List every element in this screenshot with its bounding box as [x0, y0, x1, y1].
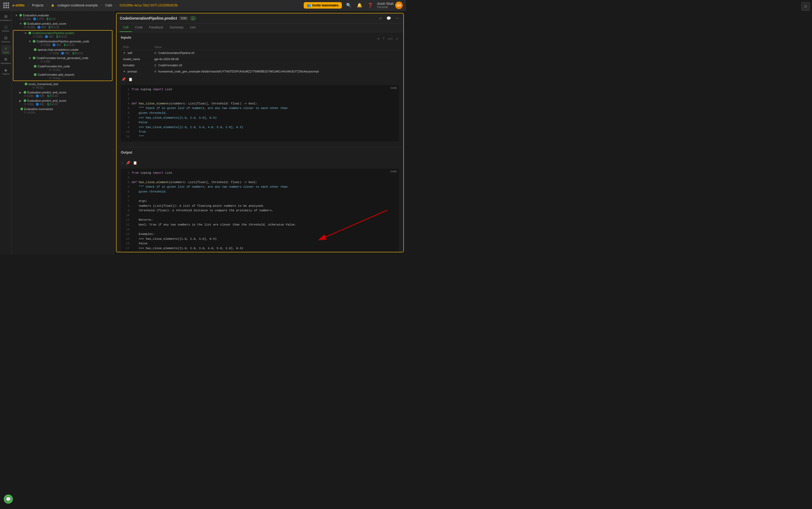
- tab-use[interactable]: Use: [187, 23, 199, 32]
- tree-item-codegen-predict[interactable]: ▼ CodeGenerationPipeline.predict ⏱ 9.00s…: [13, 31, 112, 39]
- traces-icon: ⤢: [4, 46, 7, 51]
- tree-item-eval-evaluate[interactable]: ▼ Evaluation.evaluate ⏱ 21.00s 🔵 1,479 💲…: [12, 13, 113, 21]
- input-row-formatter[interactable]: formatter ⚙ CodeFormatter:v0: [121, 62, 399, 68]
- sidebar-item-datasets[interactable]: ⊟ Datasets: [1, 34, 11, 44]
- sidebar-item-evaluations[interactable]: ⊞ Evaluations: [1, 13, 11, 23]
- status-dot: [33, 57, 35, 59]
- search-button[interactable]: 🔍: [345, 2, 352, 9]
- inputs-title: Inputs: [121, 35, 131, 39]
- pin-icon-btn[interactable]: 📌: [121, 77, 126, 82]
- expand-view-btn[interactable]: ⤢: [395, 36, 399, 41]
- invite-teammates-button[interactable]: 👥 Invite teammates: [304, 2, 342, 9]
- time-meta: ⏱ 21.00s: [19, 18, 31, 21]
- tree-item-openai-create[interactable]: openai.chat.completions.create ⏱ 5.00s 🔵…: [13, 47, 112, 56]
- toggle-eval-predict-3[interactable]: ▶: [19, 99, 23, 102]
- tree-item-score-humaneval[interactable]: score_humaneval_test ⏱ <0.01s: [12, 81, 113, 90]
- sidebar-item-objects[interactable]: ◈ Objects: [1, 67, 11, 76]
- status-dot: [21, 108, 23, 110]
- time-meta: ⏱ 6.00s: [40, 43, 50, 46]
- time-meta: ⏱ 5.00s: [49, 52, 59, 55]
- toggle-eval-predict-2[interactable]: ▶: [19, 91, 23, 94]
- inputs-section: Inputs ≡ ⊤ </> ⤢ Path Value: [116, 32, 403, 147]
- list-view-btn[interactable]: ≡: [377, 36, 380, 41]
- toggle-codegen-predict[interactable]: ▼: [24, 32, 27, 35]
- copy-icon-btn[interactable]: 📋: [128, 77, 133, 82]
- status-dot: [19, 14, 22, 16]
- tokens-meta: 🔵 493: [37, 26, 46, 29]
- status-dot: [34, 73, 36, 76]
- user-name: Anish Shah: [377, 2, 394, 6]
- code-view-btn[interactable]: </>: [387, 36, 394, 41]
- help-button[interactable]: ❓: [367, 2, 374, 9]
- detail-panel: CodeGenerationPipeline.predict f195 ● ⤢ …: [116, 13, 404, 252]
- output-pin-btn[interactable]: 📌: [125, 160, 131, 165]
- time-meta: ⏱ 2.00s: [40, 60, 50, 63]
- comment-icon-btn[interactable]: 💬: [385, 15, 392, 21]
- code-label-output: Code: [391, 170, 397, 174]
- brand-name[interactable]: a-sh0ts: [12, 3, 25, 7]
- item-name: score_humaneval_test: [29, 82, 58, 86]
- highlighted-block: ▼ CodeGenerationPipeline.predict ⏱ 9.00s…: [13, 30, 112, 81]
- tab-feedback[interactable]: Feedback: [146, 23, 167, 32]
- nav-calls[interactable]: Calls: [105, 3, 112, 7]
- status-dot: [33, 40, 35, 43]
- tokens-meta: 🔵 493: [61, 52, 69, 55]
- expand-icon-btn[interactable]: ⤢: [378, 15, 383, 21]
- nav-codegen[interactable]: codegen-cookbook-example: [58, 3, 98, 7]
- time-meta: ⏱ 6.00s: [24, 95, 34, 97]
- cost-meta: 💲$0.01: [46, 18, 56, 21]
- tab-summary[interactable]: Summary: [167, 23, 187, 32]
- cost-meta: 💲$<0.01: [72, 52, 83, 55]
- tree-item-codeformat-format[interactable]: ▼ CodeFormatter.format_generated_code ⏱ …: [13, 56, 112, 64]
- sidebar-item-traces[interactable]: ⤢ Traces: [1, 45, 11, 55]
- item-name: Evaluation.predict_and_score: [27, 91, 66, 94]
- invite-label: Invite teammates: [312, 3, 338, 7]
- tab-bar: Call Code Feedback Summary Use: [116, 23, 403, 32]
- path-self: ▼ self: [121, 50, 152, 56]
- icon-sidebar: ⊞ Evaluations ⬡ Models ⊟ Datasets ⤢ Trac…: [0, 11, 12, 254]
- top-nav: a-sh0ts / Projects / 🔒 codegen-cookbook-…: [0, 0, 406, 11]
- item-name: CodeFormatter.format_generated_code: [36, 56, 88, 60]
- output-arrow-btn[interactable]: ↕: [121, 160, 124, 165]
- nav-sep-1: /: [28, 3, 29, 7]
- item-name: CodeFormatter.add_imports: [38, 73, 74, 76]
- nav-projects[interactable]: Projects: [32, 3, 43, 7]
- user-sub: Personal: [377, 6, 394, 9]
- evaluations-icon: ⊞: [4, 14, 7, 19]
- tab-call[interactable]: Call: [120, 23, 132, 32]
- tab-code[interactable]: Code: [132, 23, 146, 32]
- toggle-eval-predict-1[interactable]: ▼: [19, 22, 23, 25]
- toggle-codeformat-format[interactable]: ▼: [29, 57, 32, 60]
- toggle-codegen-generate[interactable]: ▼: [29, 40, 32, 43]
- tree-item-eval-predict-1[interactable]: ▼ Evaluation.predict_and_score ⏱ 10.00s …: [12, 21, 113, 30]
- datasets-icon: ⊟: [4, 36, 7, 40]
- time-meta: ⏱ 10.00s: [24, 26, 35, 29]
- app-grid-icon[interactable]: [3, 2, 9, 8]
- tree-item-eval-predict-3[interactable]: ▶ Evaluation.predict_and_score ⏱ 4.00s 🔵…: [12, 98, 113, 107]
- tree-item-codegen-generate[interactable]: ▼ CodeGenerationPipeline.generate_code ⏱…: [13, 39, 112, 47]
- tree-item-codeformat-imports[interactable]: CodeFormatter.add_imports ⏱ <0.01s: [13, 72, 112, 80]
- tree-item-eval-predict-2[interactable]: ▶ Evaluation.predict_and_score ⏱ 6.00s 🔵…: [12, 90, 113, 98]
- output-copy-btn[interactable]: 📋: [132, 160, 138, 165]
- sidebar-item-operations[interactable]: ⚙ Operations: [1, 56, 11, 66]
- models-icon: ⬡: [4, 25, 7, 29]
- user-avatar[interactable]: AS: [395, 2, 403, 9]
- tokens-meta: 🔵 392: [36, 103, 44, 106]
- input-row-model-name[interactable]: model_name gpt-4o-2024-08-06: [121, 56, 399, 62]
- tokens-meta: 🔵 594: [36, 95, 44, 97]
- input-row-self[interactable]: ▼ self ⚙ CodeGenerationPipeline:v0: [121, 50, 399, 56]
- more-icon-btn[interactable]: ⋯: [394, 15, 400, 21]
- code-label-inputs: Code: [391, 86, 397, 91]
- input-row-prompt[interactable]: ▼ prompt ⚙ humaneval_code_gen_example:v0…: [121, 68, 399, 75]
- output-code-block: Code 1from typing import List 2 3def has…: [121, 169, 399, 252]
- status-dot: [29, 32, 31, 34]
- notifications-button[interactable]: 🔔: [356, 2, 363, 9]
- tree-item-codeformat-lint[interactable]: CodeFormatter.lint_code ⏱ <0.01s: [13, 64, 112, 72]
- time-meta: ⏱ 9.00s: [33, 35, 43, 38]
- time-meta: ⏱ <0.01s: [49, 68, 60, 71]
- toggle-eval-evaluate[interactable]: ▼: [15, 14, 18, 17]
- tree-view-btn[interactable]: ⊤: [381, 36, 385, 41]
- inputs-toolbar: ≡ ⊤ </> ⤢: [377, 36, 399, 41]
- tree-item-eval-summarize[interactable]: Evaluation.summarize ⏱ <0.01s: [12, 107, 113, 115]
- sidebar-item-models[interactable]: ⬡ Models: [1, 24, 11, 33]
